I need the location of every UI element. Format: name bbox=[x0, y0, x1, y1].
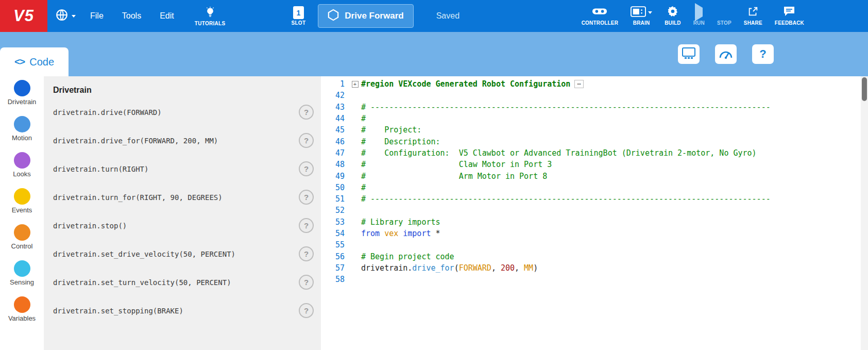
command-row[interactable]: drivetrain.set_stopping(BRAKE)? bbox=[53, 296, 314, 325]
command-help-button[interactable]: ? bbox=[299, 246, 314, 261]
stop-button[interactable]: STOP bbox=[711, 6, 738, 26]
topbar-actions: CONTROLLERBRAINBUILDRUNSTOPSHAREFEEDBACK bbox=[575, 6, 810, 26]
controller-button[interactable]: CONTROLLER bbox=[575, 6, 624, 26]
line-number: 1 bbox=[321, 79, 349, 89]
command-panel: Drivetrain drivetrain.drive(FORWARD)?dri… bbox=[44, 76, 321, 350]
dashboard-button[interactable] bbox=[715, 44, 737, 64]
line-number: 53 bbox=[321, 218, 349, 227]
category-events[interactable]: Events bbox=[0, 188, 44, 224]
category-sensing[interactable]: Sensing bbox=[0, 260, 44, 296]
slot-button[interactable]: 1 SLOT bbox=[291, 6, 305, 26]
category-looks[interactable]: Looks bbox=[0, 152, 44, 188]
code-line: 52 bbox=[321, 205, 868, 216]
category-dot bbox=[14, 296, 30, 313]
logo-text: V5 bbox=[13, 7, 34, 25]
category-label: Motion bbox=[12, 134, 32, 142]
command-help-button[interactable]: ? bbox=[299, 303, 314, 318]
category-dot bbox=[14, 260, 30, 277]
code-lines: 1+#region VEXcode Generated Robot Config… bbox=[321, 78, 868, 285]
line-number: 48 bbox=[321, 160, 349, 169]
tab-code[interactable]: <> Code bbox=[0, 47, 69, 76]
line-number: 57 bbox=[321, 263, 349, 273]
category-motion[interactable]: Motion bbox=[0, 116, 44, 152]
command-text: drivetrain.turn(RIGHT) bbox=[53, 165, 148, 173]
menu-edit[interactable]: Edit bbox=[150, 11, 183, 21]
line-number: 58 bbox=[321, 275, 349, 284]
top-bar: V5 FileToolsEdit TUTORIALS 1 SLOT Drive … bbox=[0, 0, 868, 32]
line-number: 46 bbox=[321, 137, 349, 146]
command-row[interactable]: drivetrain.turn(RIGHT)? bbox=[53, 155, 314, 183]
command-help-button[interactable]: ? bbox=[299, 218, 314, 233]
code-line: 45# Project: bbox=[321, 124, 868, 136]
line-number: 50 bbox=[321, 183, 349, 192]
scrollbar-thumb[interactable] bbox=[862, 77, 867, 101]
code-line: 46# Description: bbox=[321, 136, 868, 147]
command-row[interactable]: drivetrain.set_turn_velocity(50, PERCENT… bbox=[53, 268, 314, 296]
code-editor[interactable]: 1+#region VEXcode Generated Robot Config… bbox=[321, 76, 868, 350]
line-number: 43 bbox=[321, 103, 349, 112]
command-row[interactable]: drivetrain.drive(FORWARD)? bbox=[53, 98, 314, 126]
command-help-button[interactable]: ? bbox=[299, 275, 314, 290]
feedback-button[interactable]: FEEDBACK bbox=[769, 6, 810, 26]
command-row[interactable]: drivetrain.turn_for(RIGHT, 90, DEGREES)? bbox=[53, 183, 314, 211]
menu-file[interactable]: File bbox=[81, 11, 113, 21]
run-button[interactable]: RUN bbox=[687, 6, 711, 26]
code-brackets-icon: <> bbox=[14, 56, 25, 68]
category-dot bbox=[14, 116, 30, 132]
code-line: 56# Begin project code bbox=[321, 251, 868, 262]
tutorials-button[interactable]: TUTORIALS bbox=[195, 6, 226, 26]
category-sidebar: DrivetrainMotionLooksEventsControlSensin… bbox=[0, 76, 44, 350]
help-button[interactable]: ? bbox=[752, 44, 774, 64]
language-button[interactable] bbox=[55, 8, 76, 24]
fold-toggle-icon[interactable]: + bbox=[352, 81, 359, 88]
code-line: 53# Library imports bbox=[321, 216, 868, 228]
command-text: drivetrain.turn_for(RIGHT, 90, DEGREES) bbox=[53, 193, 223, 202]
menu-bar: FileToolsEdit bbox=[81, 11, 183, 21]
build-button[interactable]: BUILD bbox=[658, 6, 687, 26]
feedback-icon bbox=[783, 6, 795, 19]
command-help-button[interactable]: ? bbox=[299, 161, 314, 176]
device-button[interactable] bbox=[678, 44, 700, 64]
stop-label: STOP bbox=[717, 20, 731, 26]
code-line: 57drivetrain.drive_for(FORWARD, 200, MM) bbox=[321, 262, 868, 274]
fold-ellipsis[interactable]: ⋯ bbox=[574, 80, 583, 88]
gauge-icon bbox=[719, 48, 733, 60]
command-help-button[interactable]: ? bbox=[299, 105, 314, 120]
code-line: 43# ------------------------------------… bbox=[321, 102, 868, 113]
command-row[interactable]: drivetrain.stop()? bbox=[53, 211, 314, 240]
line-number: 51 bbox=[321, 194, 349, 204]
command-row[interactable]: drivetrain.set_drive_velocity(50, PERCEN… bbox=[53, 240, 314, 268]
category-dot bbox=[14, 80, 30, 96]
build-label: BUILD bbox=[665, 20, 681, 26]
command-help-button[interactable]: ? bbox=[299, 133, 314, 148]
slot-label: SLOT bbox=[291, 20, 305, 26]
controller-icon bbox=[592, 6, 607, 19]
category-dot bbox=[14, 224, 30, 241]
category-control[interactable]: Control bbox=[0, 224, 44, 260]
share-button[interactable]: SHARE bbox=[738, 6, 769, 26]
category-label: Control bbox=[11, 242, 33, 250]
category-dot bbox=[14, 188, 30, 205]
command-row[interactable]: drivetrain.drive_for(FORWARD, 200, MM)? bbox=[53, 126, 314, 155]
line-number: 45 bbox=[321, 125, 349, 135]
line-number: 44 bbox=[321, 114, 349, 123]
hexagon-icon bbox=[328, 9, 339, 24]
menu-tools[interactable]: Tools bbox=[113, 11, 150, 21]
category-drivetrain[interactable]: Drivetrain bbox=[0, 80, 44, 116]
project-name-button[interactable]: Drive Forward bbox=[318, 4, 413, 28]
tutorials-label: TUTORIALS bbox=[195, 21, 226, 26]
category-label: Looks bbox=[13, 170, 31, 178]
editor-scrollbar[interactable] bbox=[861, 76, 868, 350]
category-variables[interactable]: Variables bbox=[0, 296, 44, 332]
vexcode-logo[interactable]: V5 bbox=[0, 0, 47, 32]
feedback-label: FEEDBACK bbox=[775, 20, 804, 26]
line-number: 49 bbox=[321, 172, 349, 181]
code-line: 51# ------------------------------------… bbox=[321, 193, 868, 205]
line-number: 54 bbox=[321, 229, 349, 238]
run-icon bbox=[695, 8, 703, 17]
brain-button[interactable]: BRAIN bbox=[624, 6, 658, 26]
command-help-button[interactable]: ? bbox=[299, 190, 314, 205]
category-label: Events bbox=[12, 206, 32, 214]
build-icon bbox=[667, 6, 678, 19]
lightbulb-icon bbox=[205, 6, 215, 20]
